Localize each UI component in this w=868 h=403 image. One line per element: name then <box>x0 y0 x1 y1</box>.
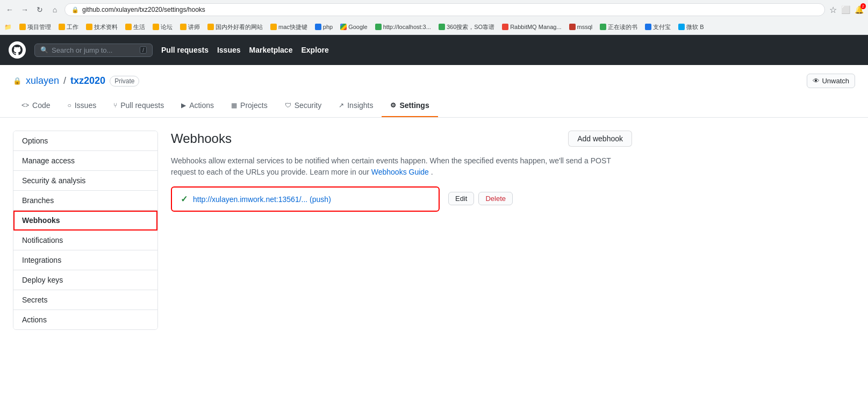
webhook-delete-button[interactable]: Delete <box>478 192 513 205</box>
webhook-edit-button[interactable]: Edit <box>448 192 474 205</box>
tab-code[interactable]: <> Code <box>13 95 59 117</box>
projects-icon: ▦ <box>231 102 237 109</box>
bookmark-item[interactable]: 工作 <box>56 22 81 32</box>
bookmark-item[interactable]: php <box>313 23 335 31</box>
nav-pull-requests[interactable]: Pull requests <box>161 46 209 54</box>
search-icon: 🔍 <box>40 46 48 54</box>
code-icon: <> <box>21 102 29 109</box>
sidebar-item-branches[interactable]: Branches <box>13 191 157 211</box>
actions-icon: ▶ <box>181 102 186 109</box>
repo-separator: / <box>63 75 66 87</box>
sidebar-item-manage-access[interactable]: Manage access <box>13 151 157 171</box>
bookmark-star[interactable]: ☆ <box>829 5 837 15</box>
repo-tabs: <> Code ○ Issues ⑂ Pull requests ▶ Actio… <box>13 95 855 117</box>
sidebar-menu: Options Manage access Security & analysi… <box>13 131 158 330</box>
tab-security[interactable]: 🛡 Security <box>276 95 331 117</box>
sidebar-item-options[interactable]: Options <box>13 131 157 151</box>
bookmark-item[interactable]: 360搜索，SO靠谱 <box>436 22 497 32</box>
private-badge: Private <box>110 76 139 87</box>
extension-icon: ⬜ <box>841 5 850 14</box>
webhook-action-buttons: Edit Delete <box>448 186 513 205</box>
nav-issues[interactable]: Issues <box>217 46 241 54</box>
eye-icon: 👁 <box>813 77 820 85</box>
add-webhook-button[interactable]: Add webhook <box>568 131 632 147</box>
repo-lock-icon: 🔒 <box>13 77 21 85</box>
lock-icon: 🔒 <box>71 6 79 13</box>
webhooks-header: Webhooks Add webhook <box>171 131 632 147</box>
bookmark-item[interactable]: 正在读的书 <box>598 22 640 32</box>
repo-title-bar: 🔒 xulayen / txz2020 Private 👁 Unwatch <box>13 74 855 88</box>
tab-projects[interactable]: ▦ Projects <box>223 95 276 117</box>
github-header: 🔍 Search or jump to... / Pull requests I… <box>0 35 868 65</box>
tab-issues-label: Issues <box>75 101 96 110</box>
sidebar-item-integrations[interactable]: Integrations <box>13 250 157 270</box>
browser-chrome: ← → ↻ ⌂ 🔒 github.com/xulayen/txz2020/set… <box>0 0 868 35</box>
notification-badge: 🔔2 <box>855 5 864 14</box>
tab-insights[interactable]: ↗ Insights <box>330 95 382 117</box>
bookmark-item[interactable]: Google <box>338 23 369 31</box>
url-text: github.com/xulayen/txz2020/settings/hook… <box>82 6 205 13</box>
webhooks-title: Webhooks <box>171 131 232 146</box>
webhooks-desc-end: . <box>431 168 433 176</box>
github-logo[interactable] <box>9 41 26 59</box>
issues-icon: ○ <box>67 102 71 109</box>
tab-projects-label: Projects <box>240 101 268 110</box>
main-content: Options Manage access Security & analysi… <box>0 118 645 343</box>
webhook-row: ✓ http://xulayen.imwork.net:13561/... (p… <box>171 186 632 218</box>
bookmark-item[interactable]: mac快捷键 <box>268 22 310 32</box>
webhooks-content: Webhooks Add webhook Webhooks allow exte… <box>171 131 632 330</box>
tab-settings-label: Settings <box>399 101 429 110</box>
webhook-success-icon: ✓ <box>181 194 188 204</box>
home-button[interactable]: ⌂ <box>49 4 60 15</box>
search-kbd: / <box>140 46 147 54</box>
tab-actions[interactable]: ▶ Actions <box>173 95 223 117</box>
settings-icon: ⚙ <box>390 102 396 109</box>
sidebar-item-actions[interactable]: Actions <box>13 310 157 329</box>
security-icon: 🛡 <box>285 102 291 109</box>
sidebar-item-secrets[interactable]: Secrets <box>13 290 157 310</box>
repo-owner[interactable]: xulayen <box>26 75 59 87</box>
bookmarks-label: 📁 <box>4 24 12 31</box>
bookmark-item[interactable]: RabbitMQ Manag... <box>500 23 563 31</box>
webhook-entry: ✓ http://xulayen.imwork.net:13561/... (p… <box>171 186 440 212</box>
search-bar[interactable]: 🔍 Search or jump to... / <box>34 44 153 57</box>
bookmark-item[interactable]: 论坛 <box>150 22 175 32</box>
bookmark-item[interactable]: 项目管理 <box>17 22 53 32</box>
bookmark-item[interactable]: 讲师 <box>178 22 202 32</box>
pr-icon: ⑂ <box>113 102 117 109</box>
webhooks-description: Webhooks allow external services to be n… <box>171 155 632 178</box>
forward-button[interactable]: → <box>19 4 30 15</box>
repo-name[interactable]: txz2020 <box>70 75 105 87</box>
bookmark-item[interactable]: 生活 <box>123 22 147 32</box>
address-bar[interactable]: 🔒 github.com/xulayen/txz2020/settings/ho… <box>64 3 825 16</box>
repo-header: 🔒 xulayen / txz2020 Private 👁 Unwatch <>… <box>0 65 868 118</box>
tab-settings[interactable]: ⚙ Settings <box>382 95 437 117</box>
bookmark-item[interactable]: http://localhost:3... <box>373 23 433 31</box>
bookmark-item[interactable]: 国内外好看的网站 <box>205 22 265 32</box>
tab-security-label: Security <box>295 101 322 110</box>
webhooks-guide-link[interactable]: Webhooks Guide <box>371 168 429 176</box>
unwatch-label: Unwatch <box>822 77 849 85</box>
sidebar-item-deploy-keys[interactable]: Deploy keys <box>13 270 157 290</box>
github-nav: Pull requests Issues Marketplace Explore <box>161 46 329 54</box>
bookmark-item[interactable]: 微软 B <box>676 22 706 32</box>
nav-marketplace[interactable]: Marketplace <box>249 46 293 54</box>
sidebar-item-security-analysis[interactable]: Security & analysis <box>13 171 157 191</box>
search-placeholder: Search or jump to... <box>52 46 137 54</box>
tab-pull-requests[interactable]: ⑂ Pull requests <box>105 95 173 117</box>
bookmark-item[interactable]: 支付宝 <box>643 22 673 32</box>
tab-insights-label: Insights <box>347 101 373 110</box>
tab-actions-label: Actions <box>189 101 214 110</box>
webhook-url[interactable]: http://xulayen.imwork.net:13561/... (pus… <box>193 195 331 204</box>
sidebar-item-webhooks[interactable]: Webhooks <box>13 211 157 231</box>
nav-explore[interactable]: Explore <box>301 46 328 54</box>
back-button[interactable]: ← <box>4 4 15 15</box>
tab-pr-label: Pull requests <box>120 101 164 110</box>
tab-issues[interactable]: ○ Issues <box>59 95 105 117</box>
bookmark-item[interactable]: 技术资料 <box>84 22 120 32</box>
bookmark-item[interactable]: mssql <box>567 23 595 31</box>
browser-toolbar: ← → ↻ ⌂ 🔒 github.com/xulayen/txz2020/set… <box>0 0 868 19</box>
refresh-button[interactable]: ↻ <box>34 4 45 15</box>
sidebar-item-notifications[interactable]: Notifications <box>13 231 157 250</box>
unwatch-button[interactable]: 👁 Unwatch <box>807 74 855 88</box>
